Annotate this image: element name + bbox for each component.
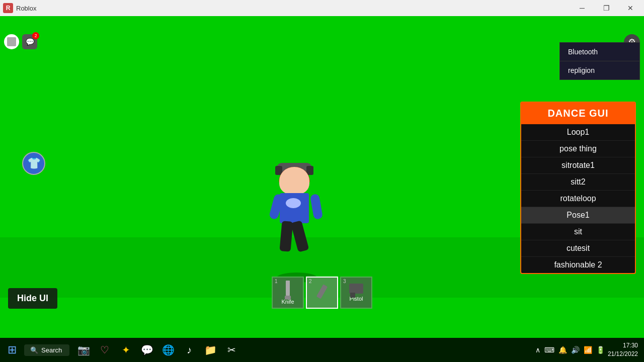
dance-item-pose-thing[interactable]: pose thing	[521, 141, 635, 157]
keyboard-icon[interactable]: ⌨	[544, 346, 554, 354]
start-button[interactable]: ⊞	[0, 338, 24, 362]
roblox-logo[interactable]	[4, 34, 19, 49]
hotbar-slot-3[interactable]: 3 Pistol	[340, 277, 372, 309]
titlebar-left: R Roblox	[0, 3, 36, 13]
avatar-icon[interactable]: 👕	[22, 152, 45, 175]
files-icon[interactable]: 📁	[200, 340, 220, 360]
pistol-icon	[349, 284, 363, 294]
minimize-button[interactable]: ─	[571, 0, 594, 16]
clock: 17:30 21/12/2022	[608, 341, 638, 358]
wifi-icon[interactable]: 📶	[584, 346, 592, 354]
titlebar: R Roblox ─ ❐ ✕	[0, 0, 644, 16]
hotbar-slot-1[interactable]: 1 Knife	[272, 277, 304, 309]
dance-item-sitrotate1[interactable]: sitrotate1	[521, 157, 635, 174]
system-icons: ∧ ⌨ 🔔 🔊 📶 🔋	[535, 346, 605, 354]
hotbar: 1 Knife 2 3 Pistol	[272, 277, 372, 309]
clock-date: 21/12/2022	[608, 350, 638, 358]
character	[267, 167, 327, 267]
heart-app-icon[interactable]: ♡	[95, 340, 115, 360]
dance-item-pose1[interactable]: Pose1	[521, 207, 635, 224]
knife-icon	[286, 281, 290, 297]
roblox-icon: R	[3, 3, 13, 13]
hotbar-slot-2[interactable]: 2	[306, 277, 338, 309]
close-button[interactable]: ✕	[619, 0, 642, 16]
hide-ui-button[interactable]: Hide UI	[8, 288, 57, 309]
search-label: Search	[41, 346, 62, 354]
restore-button[interactable]: ❐	[595, 0, 618, 16]
taskbar-right: ∧ ⌨ 🔔 🔊 📶 🔋 17:30 21/12/2022	[535, 341, 644, 358]
dance-item-loop1[interactable]: Loop1	[521, 124, 635, 141]
chevron-up-icon[interactable]: ∧	[535, 346, 540, 354]
window-title: Roblox	[16, 5, 36, 12]
search-icon: 🔍	[30, 346, 38, 354]
battery-icon[interactable]: 🔋	[596, 346, 605, 354]
taskbar: ⊞ 🔍 Search 📷 ♡ ✦ 💬 🌐 ♪ 📁 ✂ ∧ ⌨ 🔔 🔊 📶 🔋 1…	[0, 338, 644, 362]
discord-icon[interactable]: 💬	[137, 340, 157, 360]
search-bar[interactable]: 🔍 Search	[24, 344, 69, 356]
char-arm-right	[310, 194, 323, 220]
tool2-icon	[316, 284, 328, 299]
dance-item-fashionable2[interactable]: fashionable 2	[521, 257, 635, 273]
svg-rect-0	[7, 37, 16, 46]
menu-item-bluetooth[interactable]: Bluetooth	[560, 43, 639, 61]
char-head	[279, 167, 309, 195]
menu-item-repligion[interactable]: repligion	[560, 61, 639, 79]
capcut-icon[interactable]: ✂	[221, 340, 242, 360]
ai-app-icon[interactable]: ✦	[116, 340, 136, 360]
dance-gui: DANCE GUI Loop1 pose thing sitrotate1 si…	[520, 102, 636, 274]
chat-badge: 2	[32, 32, 39, 39]
dance-item-cutesit[interactable]: cutesit	[521, 240, 635, 257]
char-body	[280, 193, 309, 223]
chat-icon[interactable]: 💬 2	[22, 34, 37, 49]
window-controls[interactable]: ─ ❐ ✕	[571, 0, 644, 16]
tiktok-icon[interactable]: ♪	[179, 340, 199, 360]
dance-item-sitt2[interactable]: sitt2	[521, 174, 635, 191]
dance-item-sit[interactable]: sit	[521, 224, 635, 240]
slot-num-2: 2	[309, 279, 312, 284]
char-leg-right	[291, 220, 309, 252]
slot-num-1: 1	[275, 279, 278, 284]
dance-item-rotateloop[interactable]: rotateloop	[521, 191, 635, 207]
game-area: 💬 2 ⚙ Bluetooth repligion 👕 Hide UI DANC…	[0, 16, 644, 338]
volume-icon[interactable]: 🔊	[571, 346, 580, 354]
dance-gui-title: DANCE GUI	[521, 103, 635, 124]
clock-time: 17:30	[608, 341, 638, 350]
dropdown-menu: Bluetooth repligion	[559, 42, 640, 80]
taskbar-apps: 📷 ♡ ✦ 💬 🌐 ♪ 📁 ✂	[73, 340, 535, 360]
bell-icon[interactable]: 🔔	[558, 346, 567, 354]
slot-num-3: 3	[343, 279, 346, 284]
notification-area: 💬 2	[4, 34, 37, 49]
instagram-icon[interactable]: 📷	[73, 340, 94, 360]
edge-icon[interactable]: 🌐	[158, 340, 178, 360]
